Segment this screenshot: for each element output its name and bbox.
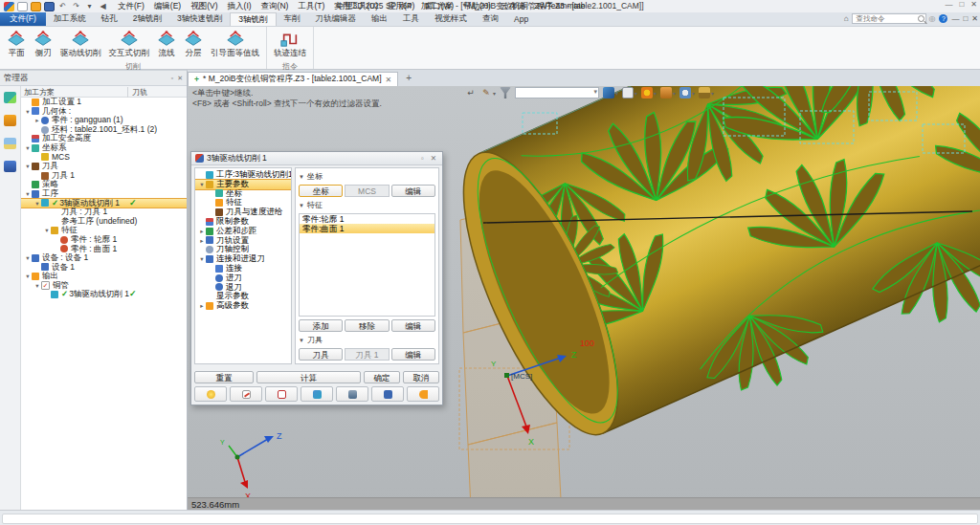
tree-row[interactable]: ▾输出 bbox=[21, 272, 187, 281]
search-icon[interactable] bbox=[918, 15, 924, 22]
setup-icon[interactable] bbox=[4, 115, 16, 126]
wheel-icon[interactable]: ▾ bbox=[641, 87, 657, 98]
section-icon[interactable]: ▾ bbox=[699, 87, 714, 98]
ribbon-tab-车削[interactable]: 车削 bbox=[277, 12, 308, 26]
ribbon-button-分层[interactable]: 分层 bbox=[180, 28, 207, 60]
cancel-button[interactable]: 取消 bbox=[403, 371, 439, 383]
solid-verify-button[interactable] bbox=[301, 386, 333, 402]
expander-icon[interactable]: ▾ bbox=[24, 189, 32, 199]
ribbon-tab-3轴快速铣削[interactable]: 3轴快速铣削 bbox=[169, 12, 230, 26]
coord-section-header[interactable]: ▼ 坐标 bbox=[299, 171, 435, 182]
ribbon-button-轨迹连结[interactable]: 轨迹连结 bbox=[270, 28, 310, 60]
doc-restore-icon[interactable]: □ bbox=[963, 14, 968, 23]
menu-item[interactable]: ZWTeammate bbox=[534, 1, 585, 12]
tree-row[interactable]: ▾主要参数 bbox=[195, 180, 291, 189]
dropdown-arrow-icon[interactable]: ▾ bbox=[635, 90, 637, 97]
expander-icon[interactable]: ▾ bbox=[24, 272, 32, 281]
reset-button[interactable]: 重置 bbox=[194, 371, 254, 383]
home-icon[interactable]: ⌂ bbox=[844, 14, 849, 23]
ribbon-button-驱动线切削[interactable]: 驱动线切削 bbox=[56, 28, 105, 60]
tree-row[interactable]: 参考工序 (undefined) bbox=[21, 217, 187, 227]
ok-button[interactable]: 确定 bbox=[364, 371, 400, 383]
ribbon-tab-2轴铣削[interactable]: 2轴铣削 bbox=[125, 12, 169, 26]
file-tab[interactable]: 文件(F) bbox=[0, 12, 46, 26]
restore-icon[interactable]: □ bbox=[959, 0, 964, 9]
tree-row[interactable]: 进刀 bbox=[195, 273, 291, 283]
ribbon-button-流线[interactable]: 流线 bbox=[153, 28, 180, 60]
feature-add-button[interactable]: 添加 bbox=[299, 319, 343, 332]
tree-row[interactable]: 连接 bbox=[195, 264, 291, 273]
tree-row[interactable]: ▾设备 : 设备 1 bbox=[21, 253, 187, 263]
ribbon-tab-工具[interactable]: 工具 bbox=[395, 12, 427, 26]
dialog-float-icon[interactable]: ▫ bbox=[419, 154, 426, 163]
coord-edit-button[interactable]: 编辑 bbox=[391, 185, 435, 197]
wire-cube-icon[interactable]: ▾ bbox=[622, 87, 637, 98]
tree-row[interactable]: ▸高级参数 bbox=[195, 301, 291, 311]
document-tab[interactable]: + * M_20iB变位机铜管程序.Z3 - [table2.1001_CAM]… bbox=[188, 72, 398, 86]
new-tab-button[interactable]: + bbox=[406, 73, 412, 83]
menu-item[interactable]: 帮助(H) bbox=[463, 1, 491, 12]
preview-icon[interactable] bbox=[4, 138, 16, 149]
dropdown-arrow-icon[interactable]: ▾ bbox=[615, 90, 618, 97]
collapse-icon[interactable]: ◀ bbox=[98, 2, 108, 11]
dialog-title-bar[interactable]: 3轴驱动线切削 1 ▫ ✕ bbox=[191, 152, 442, 165]
new-file-icon[interactable] bbox=[17, 2, 28, 11]
menu-item[interactable]: 文件(F) bbox=[118, 1, 145, 12]
feature-list-item[interactable]: 零件:曲面 1 bbox=[300, 224, 434, 233]
tool-edit-button[interactable]: 编辑 bbox=[391, 348, 435, 361]
tool-pick-button[interactable]: 刀具 bbox=[299, 348, 343, 361]
ribbon-button-交互式切削[interactable]: 交互式切削 bbox=[105, 28, 154, 60]
expander-icon[interactable]: ▾ bbox=[198, 254, 206, 264]
command-search-input[interactable] bbox=[852, 13, 926, 24]
expander-icon[interactable]: ▾ bbox=[24, 143, 32, 153]
minimize-icon[interactable]: — bbox=[945, 0, 952, 9]
pin-icon[interactable]: ▫ bbox=[171, 75, 173, 82]
cam-plan-icon[interactable] bbox=[4, 92, 16, 103]
brush-icon[interactable]: ✎▾ bbox=[480, 87, 496, 98]
save-op-button[interactable] bbox=[371, 386, 404, 402]
shade-cube-icon[interactable]: ▾ bbox=[603, 87, 618, 98]
rollback-button[interactable] bbox=[407, 386, 439, 402]
dialog-close-icon[interactable]: ✕ bbox=[429, 154, 438, 163]
globe-icon[interactable]: ◎ bbox=[928, 14, 935, 23]
app-logo-icon[interactable] bbox=[4, 2, 14, 11]
tool-query-button[interactable] bbox=[336, 386, 368, 402]
filter-icon[interactable] bbox=[500, 87, 511, 98]
ribbon-tab-视觉样式[interactable]: 视觉样式 bbox=[427, 12, 475, 26]
session-icon[interactable] bbox=[4, 161, 16, 172]
menu-item[interactable]: 视图(V) bbox=[190, 1, 217, 12]
dropdown-arrow-icon[interactable]: ▾ bbox=[711, 90, 714, 97]
ribbon-button-引导面等值线[interactable]: 引导面等值线 bbox=[207, 28, 263, 60]
doc-close-icon[interactable]: ✕ bbox=[971, 14, 978, 23]
help-icon[interactable]: ? bbox=[939, 14, 947, 23]
dropdown-arrow-icon[interactable]: ▾ bbox=[692, 90, 695, 97]
expander-icon[interactable]: ▾ bbox=[24, 253, 32, 263]
tree-row[interactable]: ✓3轴驱动线切削 1✓ bbox=[21, 290, 187, 299]
expander-icon[interactable]: ▾ bbox=[43, 226, 51, 235]
menu-item[interactable]: 编辑(E) bbox=[154, 1, 181, 12]
ribbon-tab-钻孔[interactable]: 钻孔 bbox=[94, 12, 125, 26]
ribbon-tab-App[interactable]: App bbox=[506, 12, 536, 26]
ribbon-tab-输出[interactable]: 输出 bbox=[364, 12, 395, 26]
expander-icon[interactable]: ▸ bbox=[33, 116, 41, 125]
tree-row[interactable]: ▾连接和进退刀 bbox=[195, 254, 291, 264]
feature-list[interactable]: 零件:轮廓 1零件:曲面 1 bbox=[299, 213, 435, 317]
coord-pick-button[interactable]: 坐标 bbox=[299, 185, 343, 197]
dropdown-arrow-icon[interactable]: ▾ bbox=[654, 90, 657, 97]
menu-item[interactable]: 窗口(W) bbox=[424, 1, 454, 12]
filter-combo-icon[interactable] bbox=[515, 87, 599, 98]
feature-edit-button[interactable]: 编辑 bbox=[391, 319, 435, 332]
expander-icon[interactable]: ▾ bbox=[24, 107, 32, 117]
ribbon-tab-刀轨编辑器[interactable]: 刀轨编辑器 bbox=[308, 12, 365, 26]
undo-icon[interactable]: ↶ bbox=[57, 2, 68, 11]
tree-row[interactable]: ▾坐标系 bbox=[21, 143, 187, 153]
tab-close-icon[interactable]: ✕ bbox=[386, 76, 392, 84]
expander-icon[interactable]: ▸ bbox=[198, 236, 206, 246]
ribbon-tab-3轴铣削[interactable]: 3轴铣削 bbox=[230, 12, 276, 26]
open-file-icon[interactable] bbox=[31, 2, 41, 11]
menu-item[interactable]: 云存储 bbox=[501, 1, 525, 12]
close-icon[interactable]: ✕ bbox=[970, 0, 977, 9]
expander-icon[interactable]: ▸ bbox=[198, 227, 206, 236]
ribbon-tab-查询[interactable]: 查询 bbox=[475, 12, 506, 26]
feature-list-item[interactable]: 零件:轮廓 1 bbox=[300, 214, 434, 224]
